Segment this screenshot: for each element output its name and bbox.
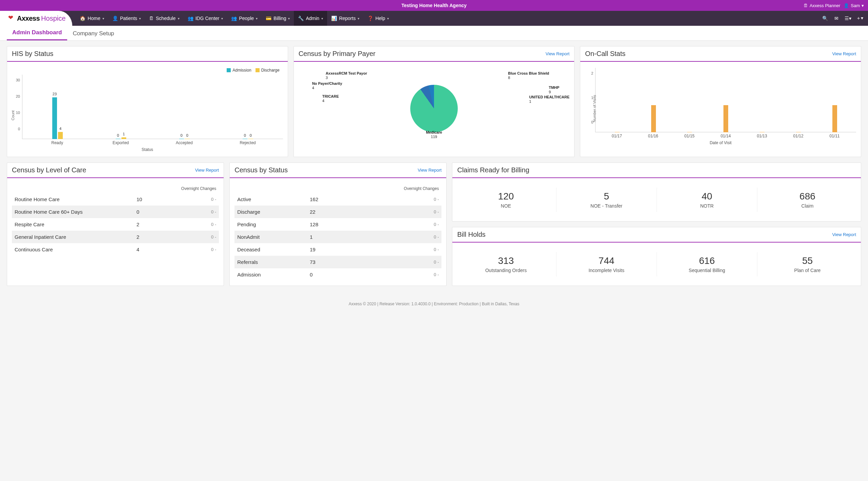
table-row[interactable]: Pending1280 - — [234, 218, 441, 231]
tab-admin-dashboard[interactable]: Admin Dashboard — [7, 26, 67, 40]
card-bill-holds: Bill Holds View Report 313Outstanding Or… — [452, 227, 861, 286]
pie-label: Medicare119 — [426, 130, 442, 139]
x-tick: 01/15 — [671, 134, 707, 138]
x-tick: 01/17 — [599, 134, 635, 138]
pie-label: UNITED HEALTHCARE1 — [529, 95, 569, 104]
footer-text: Axxess © 2020 | Release Version: 1.0.403… — [0, 297, 868, 311]
pie-label: AxxessRCM Test Payor3 — [326, 71, 367, 80]
logo-container: AxxessHospice — [0, 11, 72, 26]
bar — [796, 132, 801, 132]
list-icon[interactable]: ☰▾ — [843, 13, 853, 23]
table-row[interactable]: Admission00 - — [234, 268, 441, 281]
main-nav-bar: AxxessHospice 🏠Home▾👤Patients▾🗓Schedule▾… — [0, 11, 868, 26]
x-tick: 01/13 — [744, 134, 780, 138]
bar — [687, 132, 692, 132]
mail-icon[interactable]: ✉ — [831, 13, 842, 23]
nav-item-reports[interactable]: 📊Reports▾ — [327, 11, 363, 26]
card-census-by-level-of-care: Census by Level of Care View Report Over… — [7, 162, 224, 286]
stat-tile[interactable]: 313Outstanding Orders — [456, 252, 556, 276]
bar-group — [780, 71, 816, 132]
chevron-down-icon: ▾ — [221, 17, 223, 20]
nav-item-help[interactable]: ❓Help▾ — [363, 11, 393, 26]
view-report-link[interactable]: View Report — [832, 232, 856, 237]
stat-tile[interactable]: 120NOE — [456, 188, 556, 212]
calendar-icon: 🗓 — [149, 16, 154, 21]
search-icon[interactable]: 🔍 — [820, 13, 830, 23]
tab-company-setup[interactable]: Company Setup — [67, 27, 119, 40]
chevron-down-icon: ▾ — [288, 17, 290, 20]
table-row[interactable]: Referrals730 - — [234, 256, 441, 268]
stat-tile[interactable]: 40NOTR — [657, 188, 757, 212]
nav-item-idg-center[interactable]: 👥IDG Center▾ — [184, 11, 227, 26]
y-axis: 3020100 — [12, 75, 22, 139]
view-report-link[interactable]: View Report — [418, 168, 442, 173]
home-icon: 🏠 — [80, 16, 86, 21]
nav-item-billing[interactable]: 💳Billing▾ — [262, 11, 294, 26]
stat-tile[interactable]: 616Sequential Billing — [657, 252, 757, 276]
pie-label: TRICARE4 — [322, 94, 339, 103]
chevron-down-icon: ▾ — [862, 3, 864, 8]
nav-item-admin[interactable]: 🔧Admin▾ — [294, 11, 327, 26]
bar-plot: 234010000 — [22, 75, 283, 139]
table-row[interactable]: Active1620 - — [234, 193, 441, 206]
chart-icon: 📊 — [331, 16, 337, 21]
bar: 1 — [121, 137, 126, 139]
table-row[interactable]: Deceased190 - — [234, 243, 441, 256]
x-axis-labels: 01/1701/1601/1501/1401/1301/1201/11 — [595, 132, 856, 138]
card-census-by-status: Census by Status View Report Overnight C… — [229, 162, 447, 286]
stat-tile[interactable]: 686Claim — [757, 188, 857, 212]
bar — [832, 105, 837, 132]
stat-tile[interactable]: 55Plan of Care — [757, 252, 857, 276]
bar-group — [635, 71, 672, 132]
people-icon: 👥 — [231, 16, 237, 21]
table-row[interactable]: Respite Care20 - — [12, 218, 219, 231]
top-announcement-bar: Testing Home Health Agency 🗓Axxess Plann… — [0, 0, 868, 11]
table-row[interactable]: Continuous Care40 - — [12, 243, 219, 256]
nav-item-schedule[interactable]: 🗓Schedule▾ — [145, 11, 183, 26]
stat-tile[interactable]: 744Incomplete Visits — [556, 252, 657, 276]
user-menu[interactable]: 👤Sam ▾ — [844, 3, 864, 8]
level-of-care-table: Overnight Changes Routine Home Care100 -… — [12, 184, 219, 256]
table-row[interactable]: Routine Home Care100 - — [12, 193, 219, 206]
view-report-link[interactable]: View Report — [546, 51, 570, 56]
pie-label: No Payer/Charity4 — [312, 81, 342, 90]
bar — [615, 132, 620, 132]
stat-tile[interactable]: 5NOE - Transfer — [556, 188, 657, 212]
card-claims-ready: Claims Ready for Billing 120NOE5NOE - Tr… — [452, 162, 861, 222]
table-row[interactable]: Discharge220 - — [234, 206, 441, 218]
bar: 4 — [58, 132, 63, 139]
card-title: Census by Primary Payer — [299, 50, 376, 58]
legend-item: Admission — [227, 68, 251, 73]
agency-name: Testing Home Health Agency — [401, 3, 467, 8]
nav-item-people[interactable]: 👥People▾ — [227, 11, 262, 26]
bar-group: 234 — [26, 78, 89, 139]
bar: 23 — [52, 97, 57, 139]
x-tick: 01/11 — [816, 134, 853, 138]
view-report-link[interactable]: View Report — [832, 51, 856, 56]
chevron-down-icon: ▾ — [358, 17, 359, 20]
bar: 0 — [248, 139, 253, 139]
user-icon: 👤 — [844, 3, 849, 8]
help-icon: ❓ — [367, 16, 373, 21]
bar: 0 — [179, 139, 184, 139]
bar-group — [599, 71, 635, 132]
view-report-link[interactable]: View Report — [195, 168, 219, 173]
nav-item-home[interactable]: 🏠Home▾ — [76, 11, 108, 26]
bar — [760, 132, 765, 132]
pie-graphic — [410, 85, 458, 132]
table-row[interactable]: General Inpatient Care20 - — [12, 231, 219, 243]
chevron-down-icon: ▾ — [102, 17, 104, 20]
chevron-down-icon: ▾ — [321, 17, 323, 20]
axxess-planner-link[interactable]: 🗓Axxess Planner — [804, 3, 840, 8]
bar-group — [744, 71, 780, 132]
money-icon: 💳 — [266, 16, 271, 21]
table-row[interactable]: Routine Home Care 60+ Days00 - — [12, 206, 219, 218]
pie-chart: Medicare119TMHP9Blue Cross Blue Shield8N… — [299, 68, 570, 139]
bar-plot — [595, 68, 856, 132]
add-icon[interactable]: ＋▾ — [854, 13, 865, 23]
nav-item-patients[interactable]: 👤Patients▾ — [108, 11, 145, 26]
bar-group: 01 — [89, 78, 153, 139]
brand-logo[interactable]: AxxessHospice — [8, 15, 65, 22]
table-row[interactable]: NonAdmit10 - — [234, 231, 441, 243]
chevron-down-icon: ▾ — [139, 17, 141, 20]
